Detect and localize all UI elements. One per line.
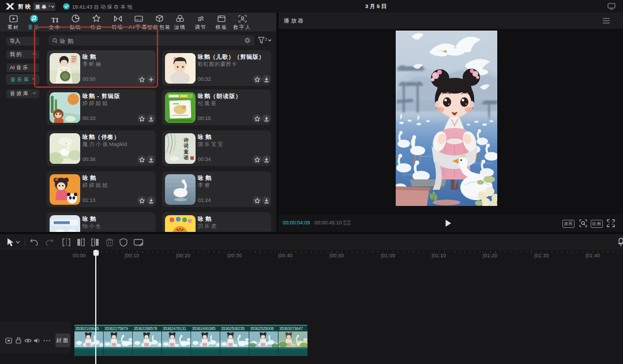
svg-text:35362275879: 35362275879 <box>104 327 128 331</box>
svg-text:35362288578: 35362288578 <box>134 327 157 331</box>
svg-text:诗: 诗 <box>183 137 189 143</box>
svg-text:35362508235: 35362508235 <box>221 327 245 331</box>
svg-text:童: 童 <box>183 149 189 155</box>
svg-text:词: 词 <box>183 143 189 149</box>
svg-text:35362525008: 35362525008 <box>250 327 274 331</box>
svg-text:35362476131: 35362476131 <box>163 327 186 331</box>
svg-text:35362490385: 35362490385 <box>192 327 216 331</box>
svg-text:谣: 谣 <box>183 155 189 160</box>
svg-text:35363073647: 35363073647 <box>279 327 303 331</box>
